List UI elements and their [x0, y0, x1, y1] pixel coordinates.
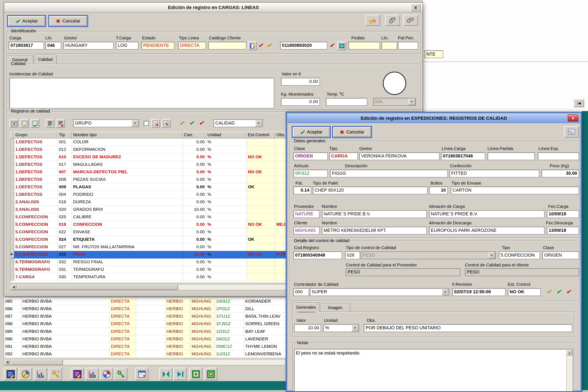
filter-checkbox[interactable]: [144, 121, 148, 126]
column-header-unidad[interactable]: Unidad: [206, 132, 247, 138]
est-control-field[interactable]: NO OK: [508, 288, 541, 296]
tcarga-field[interactable]: LOG: [116, 42, 138, 50]
lineas-row[interactable]: 086HERBIO BVBADIRECTAHERBIOMGHUNG1PI31ZD…: [4, 305, 300, 313]
keys-refresh-button[interactable]: [49, 368, 62, 380]
check-green-icon[interactable]: [557, 289, 561, 294]
catalogo-field[interactable]: [208, 42, 247, 50]
green-frame-button[interactable]: [189, 368, 203, 380]
valor-euro-field[interactable]: 0.00: [281, 78, 320, 86]
tipo-control-codigo-field[interactable]: 026: [345, 252, 360, 259]
unidad-combo[interactable]: %: [323, 324, 359, 332]
carga-field[interactable]: 071803817: [8, 42, 44, 50]
cancelar-button[interactable]: Cancelar: [49, 16, 87, 26]
column-header-tip[interactable]: Tip.: [57, 132, 72, 138]
tipo-control-combo[interactable]: PESO: [361, 252, 496, 259]
incidencias-textarea[interactable]: [9, 78, 274, 108]
attachment2-button[interactable]: [403, 14, 418, 26]
check-red-icon[interactable]: [258, 42, 263, 48]
column-header-nombre[interactable]: Nombre tipo: [72, 132, 183, 138]
attachment-button[interactable]: [385, 14, 400, 26]
cliente-nombre-field[interactable]: METRO KERESKEDELMI KFT.: [322, 226, 427, 234]
cancelar-button[interactable]: Cancelar: [333, 127, 371, 137]
controlador-codigo-field[interactable]: 000: [293, 288, 309, 296]
temp-field[interactable]: [326, 98, 367, 106]
play-next-teal-button[interactable]: [173, 368, 187, 380]
lineas-row[interactable]: 085HERBIO BVBADIRECTAHERBIOMGHUNG1NI31ZK…: [4, 298, 300, 305]
confeccion-field[interactable]: FITTED: [449, 170, 539, 178]
proveedor-field[interactable]: NATURE: [293, 210, 319, 218]
lineas-row[interactable]: 092HERBIO BVBADIRECTAHERBIOMGHUNG1UI31ZL…: [4, 350, 300, 358]
fec-carga-field[interactable]: 10/09/18: [547, 210, 579, 218]
descripcion-field[interactable]: FIGGS: [330, 170, 448, 178]
proveedor-nombre-field[interactable]: NATURE´S PRIDE B.V.: [322, 210, 427, 218]
calidad-combo[interactable]: CALIDAD: [213, 119, 263, 127]
tipo-palet-field[interactable]: CHEP 80X120: [313, 186, 428, 194]
pal-field[interactable]: 0.14: [293, 186, 311, 194]
lineas-row[interactable]: 090HERBIO BVBADIRECTAHERBIOMGHUNG2AI31ZL…: [4, 335, 300, 343]
lineas-row[interactable]: 091HERBIO BVBADIRECTAHERBIOMGHUNG2N9C1ZT…: [4, 343, 300, 350]
lineas-row[interactable]: 089HERBIO BVBADIRECTAHERBIOMGHUNG1ZI31ZB…: [4, 328, 300, 335]
column-header-marker[interactable]: [10, 132, 14, 138]
check-yellow2-icon[interactable]: [180, 120, 184, 126]
scroll-up-icon[interactable]: ▲: [567, 350, 572, 356]
chart-bars-button[interactable]: [34, 368, 47, 380]
na-combo[interactable]: N/A: [373, 98, 416, 106]
gestor-field[interactable]: VERONIKA FERKOVA: [359, 152, 439, 160]
export-grid-button[interactable]: [151, 119, 160, 128]
fec-descarga-field[interactable]: 13/09/18: [547, 226, 579, 234]
check-red2-icon[interactable]: [330, 42, 334, 48]
swap-columns-button[interactable]: [9, 119, 18, 128]
notas-textarea[interactable]: El peso no se estaá respetando. ▲: [294, 349, 573, 392]
tab-calidad[interactable]: Calidad: [34, 54, 57, 64]
post-record-button[interactable]: [30, 119, 39, 128]
catalog-lookup-button[interactable]: [248, 41, 257, 50]
tipo-envase-field[interactable]: CARTON: [451, 186, 579, 194]
pedido-field[interactable]: [348, 42, 380, 50]
linea-carga-field[interactable]: 071803817046: [441, 152, 485, 160]
scrollbar-thumb[interactable]: [17, 284, 178, 290]
palpen-field[interactable]: [398, 42, 418, 50]
scroll-left-icon[interactable]: ◀: [4, 359, 10, 365]
go-first-button[interactable]: |◀: [574, 99, 584, 107]
peso-field[interactable]: 30.00: [542, 170, 579, 178]
column-header-est[interactable]: Est.Control: [246, 132, 275, 138]
check-yellow-icon[interactable]: [267, 42, 272, 48]
check-red3-icon[interactable]: [199, 120, 204, 126]
numero-field[interactable]: 011800893020: [280, 42, 327, 50]
aceptar-button[interactable]: Aceptar: [8, 16, 45, 26]
gestor-field[interactable]: HUNGARY: [63, 42, 113, 50]
delete-record-button[interactable]: [56, 119, 65, 128]
frevision-field[interactable]: 02/07/19 12:55:00: [452, 288, 506, 296]
scrollbar-thumb[interactable]: [10, 359, 63, 365]
db-lookup-button[interactable]: [337, 41, 346, 50]
tab-imagen[interactable]: Imagen: [320, 303, 350, 312]
cliente-field[interactable]: MGHUNG: [293, 226, 319, 234]
controlador-combo[interactable]: SUPER: [310, 288, 449, 296]
collapse-teal-button[interactable]: [159, 368, 173, 380]
valor-field[interactable]: 10.00: [294, 324, 321, 332]
lineas-grid-hscrollbar[interactable]: ◀: [4, 359, 286, 366]
cod-registro-field[interactable]: 071800340948: [293, 252, 342, 259]
linea-exp-field[interactable]: [538, 152, 579, 160]
lineas-row[interactable]: 088HERBIO BVBADIRECTAHERBIOMGHUNG1FJ91ZS…: [4, 320, 300, 328]
edit-cargas-button[interactable]: [4, 368, 17, 380]
group-list-button[interactable]: [45, 119, 54, 128]
chart-pie2-button[interactable]: [100, 368, 113, 380]
lin2-field[interactable]: [381, 42, 397, 50]
chart-pie-button[interactable]: [19, 368, 32, 380]
clase2-field[interactable]: ORIGEN: [542, 252, 579, 259]
almacen-descarga-field[interactable]: EUROPOLIS PARK AEROZONE: [429, 226, 545, 234]
key-question-button[interactable]: ?: [365, 14, 380, 26]
lineas-row[interactable]: 087HERBIO BVBADIRECTAHERBIOMGHUNG1I7U1ZB…: [4, 313, 300, 320]
insert-record-button[interactable]: [20, 119, 29, 128]
bultos-field[interactable]: 10: [429, 186, 448, 194]
almacen-carga-field[interactable]: NATURE´S PRIDE B.V.: [429, 210, 545, 218]
import-grid-button[interactable]: [162, 119, 170, 128]
articulo-field[interactable]: 0FI31Z: [293, 170, 328, 178]
estado-field[interactable]: PENDIENTE: [141, 42, 174, 50]
close-icon[interactable]: x: [568, 114, 578, 122]
form-window-button[interactable]: [135, 368, 148, 380]
green-frame2-button[interactable]: [204, 368, 218, 380]
check-red-icon[interactable]: [566, 289, 571, 294]
clase-field[interactable]: ORIGEN: [293, 152, 328, 160]
